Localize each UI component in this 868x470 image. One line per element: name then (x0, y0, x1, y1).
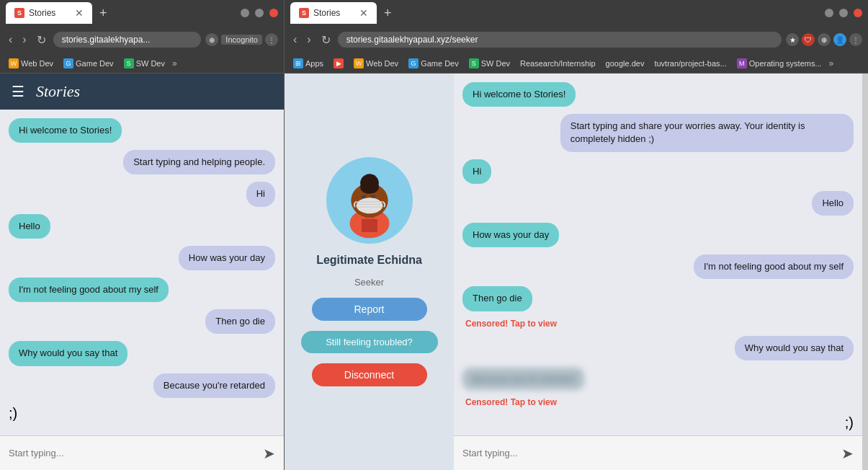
address-input-right[interactable] (338, 32, 782, 48)
blurred-msg: Because you're retarded (462, 368, 584, 390)
send-btn-left[interactable]: ➤ (263, 445, 275, 462)
bookmark-icon-swdev-right: S (469, 58, 479, 68)
rmsg-5: How was your day (462, 223, 559, 247)
menu-icon-right[interactable]: ⋮ (849, 33, 862, 46)
scrollbar-right[interactable] (862, 74, 868, 470)
svg-point-6 (360, 181, 379, 194)
tab-close-right[interactable]: ✕ (359, 7, 368, 19)
bookmark-icon-os-right: M (737, 58, 747, 68)
close-btn-right[interactable]: ✕ (854, 9, 862, 17)
right-browser-content: ✕ ✕ Legitimate Echidna Seeker Report Sti… (285, 74, 868, 470)
bookmark-webdev-left[interactable]: W Web Dev (6, 57, 56, 70)
bookmark-swdev-left[interactable]: S SW Dev (121, 57, 168, 70)
minimize-btn-right[interactable]: ─ (825, 9, 833, 17)
profile-icon-right[interactable]: 👤 (833, 33, 846, 46)
refresh-btn-right[interactable]: ↻ (318, 32, 334, 48)
bookmark-label-gamedev-right: Game Dev (421, 59, 459, 68)
chat-input-left[interactable] (9, 448, 257, 458)
bookmark-icon-yt-right: ▶ (334, 58, 344, 68)
bookmark-gamedev-left[interactable]: G Game Dev (61, 57, 117, 70)
stories-app-left: ☰ Stories Hi welcome to Stories! Start t… (0, 74, 284, 470)
restore-btn-right[interactable]: □ (839, 9, 848, 17)
bookmark-icon-gamedev-left: G (63, 58, 73, 68)
avatar-container: ✕ ✕ (326, 157, 413, 244)
app-content-left: ☰ Stories Hi welcome to Stories! Start t… (0, 74, 284, 470)
troubled-button[interactable]: Still feeling troubled? (301, 331, 438, 353)
hamburger-icon-left[interactable]: ☰ (12, 83, 24, 100)
bookmark-os-right[interactable]: M Operating systems... (734, 57, 825, 70)
forward-btn-right[interactable]: › (304, 32, 313, 48)
bookmark-label-google-right: google.dev (606, 59, 645, 68)
shield-icon-right[interactable]: 🛡 (802, 33, 815, 46)
tab-stories-right[interactable]: S Stories ✕ (290, 2, 377, 24)
menu-icon-left[interactable]: ⋮ (265, 33, 278, 46)
msg-1-left: Hi welcome to Stories! (9, 118, 122, 143)
addr-icons-left: ⊕ Incognito ⋮ (205, 33, 278, 46)
tab-close-left[interactable]: ✕ (75, 7, 84, 19)
chat-input-area-left: ➤ (0, 435, 284, 470)
maximize-btn-left[interactable]: □ (255, 9, 264, 17)
bookmark-tuvtran-right[interactable]: tuvtran/project-bas... (651, 58, 729, 69)
bookmark-webdev-right[interactable]: W Web Dev (351, 57, 401, 70)
bookmark-label-gamedev-left: Game Dev (76, 59, 114, 68)
browser-window-right: S Stories ✕ + ─ □ ✕ ‹ › ↻ ★ 🛡 ⊕ 👤 ⋮ ⊞ Ap… (285, 0, 868, 470)
stories-header-left: ☰ Stories (0, 74, 284, 110)
rmsg-6: I'm not feeling good about my self (694, 254, 854, 279)
bookmark-google-right[interactable]: google.dev (603, 58, 648, 69)
tab-bar-right: S Stories ✕ + ─ □ ✕ (285, 0, 868, 26)
extensions-icon-right[interactable]: ⊕ (818, 33, 831, 46)
rmsg-4: Hello (812, 191, 854, 216)
forward-btn-left[interactable]: › (19, 32, 29, 48)
chat-input-right[interactable] (462, 448, 836, 458)
report-button[interactable]: Report (312, 298, 427, 321)
bookmarks-more-left[interactable]: » (172, 58, 177, 68)
star-icon-right[interactable]: ★ (786, 33, 799, 46)
new-tab-btn-left[interactable]: + (95, 6, 112, 21)
tab-favicon-left: S (14, 8, 24, 18)
close-btn-left[interactable]: ✕ (269, 9, 278, 17)
tab-stories-left[interactable]: S Stories ✕ (6, 2, 92, 24)
bookmark-label-webdev-right: Web Dev (366, 59, 398, 68)
addr-icons-right: ★ 🛡 ⊕ 👤 ⋮ (786, 33, 862, 46)
avatar-svg: ✕ ✕ (330, 161, 409, 240)
bookmark-gamedev-right[interactable]: G Game Dev (406, 57, 462, 70)
send-btn-right[interactable]: ➤ (841, 445, 854, 462)
chat-input-area-right: ➤ (454, 435, 862, 470)
tab-label-right: Stories (313, 8, 340, 18)
censored-label-1[interactable]: Censored! Tap to view (462, 319, 557, 329)
new-tab-btn-right[interactable]: + (380, 6, 396, 21)
bookmark-yt-right[interactable]: ▶ (331, 57, 346, 70)
refresh-btn-left[interactable]: ↻ (34, 32, 49, 48)
msg-3-left: Hi (246, 182, 275, 206)
back-btn-left[interactable]: ‹ (6, 32, 15, 48)
browser-window-left: S Stories ✕ + ─ □ ✕ ‹ › ↻ ⊕ Incognito ⋮ … (0, 0, 285, 470)
bookmark-research-right[interactable]: Reasearch/Internship (517, 58, 599, 69)
bookmark-icon-swdev-left: S (124, 58, 134, 68)
user-name: Legitimate Echidna (316, 254, 422, 267)
bookmark-label-apps-right: Apps (305, 59, 323, 68)
back-btn-right[interactable]: ‹ (290, 32, 300, 48)
address-bar-left: ‹ › ↻ ⊕ Incognito ⋮ (0, 26, 284, 53)
tab-label-left: Stories (29, 8, 55, 18)
minimize-btn-left[interactable]: ─ (241, 9, 249, 17)
msg-2-left: Start typing and helping people. (123, 150, 275, 174)
middle-panel: ✕ ✕ Legitimate Echidna Seeker Report Sti… (285, 74, 454, 470)
address-input-left[interactable] (53, 32, 202, 48)
censored-label-2[interactable]: Censored! Tap to view (462, 397, 557, 407)
extensions-icon-left[interactable]: ⊕ (205, 33, 218, 46)
bookmark-apps-right[interactable]: ⊞ Apps (290, 57, 326, 70)
msg-6-left: I'm not feeling good about my self (9, 278, 169, 302)
bookmark-label-os-right: Operating systems... (749, 59, 822, 68)
bookmark-swdev-right[interactable]: S SW Dev (466, 57, 513, 70)
svg-point-9 (356, 198, 382, 213)
bookmark-icon-apps-right: ⊞ (293, 58, 303, 68)
bookmark-icon-webdev-right: W (354, 58, 364, 68)
chat-area-right[interactable]: Hi welcome to Stories! Start typing and … (454, 74, 862, 435)
disconnect-button[interactable]: Disconnect (312, 363, 427, 386)
msg-8-left: Why would you say that (9, 341, 127, 365)
chat-area-left[interactable]: Hi welcome to Stories! Start typing and … (0, 110, 284, 435)
svg-rect-2 (362, 219, 377, 232)
bookmarks-bar-left: W Web Dev G Game Dev S SW Dev » (0, 53, 284, 74)
bookmarks-more-right[interactable]: » (829, 58, 834, 68)
bookmark-label-swdev-left: SW Dev (136, 59, 165, 68)
